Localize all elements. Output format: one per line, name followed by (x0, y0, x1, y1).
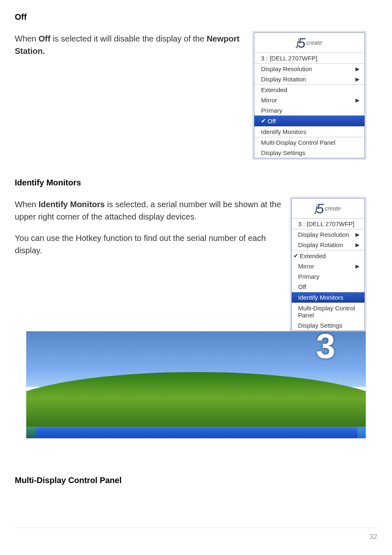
menu-item-primary[interactable]: Primary (292, 271, 365, 282)
check-icon: ✔ (293, 252, 300, 259)
menu-item-multi-display-cp[interactable]: Multi-Display Control Panel (254, 137, 364, 148)
footer-divider (15, 527, 377, 528)
desktop-screenshot: 3 (26, 331, 366, 439)
chevron-right-icon: ▶ (355, 242, 360, 248)
logo-icon: j5create (254, 33, 364, 53)
menu-item-display-resolution[interactable]: Display Resolution▶ (254, 64, 364, 74)
logo-icon: j5create (292, 199, 365, 218)
chevron-right-icon: ▶ (355, 76, 360, 82)
menu-item-identify-monitors[interactable]: Identify Monitors (254, 127, 364, 137)
heading-identify-monitors: Identify Monitors (15, 178, 377, 187)
page-number: 32 (369, 533, 377, 541)
menu-item-mirror[interactable]: Mirror▶ (292, 261, 365, 271)
menu-item-extended[interactable]: Extended (254, 85, 364, 95)
menu-device-label: 3 : [DELL 2707WFP] (292, 219, 365, 229)
menu-item-display-rotation[interactable]: Display Rotation▶ (292, 240, 365, 250)
menu-item-identify-monitors[interactable]: Identify Monitors (292, 292, 365, 303)
menu-item-multi-display-cp[interactable]: Multi-Display Control Panel (292, 303, 365, 320)
menu-item-mirror[interactable]: Mirror▶ (254, 95, 364, 105)
menu-device-label: 3 : [DELL 2707WFP] (254, 53, 364, 63)
menu-item-off[interactable]: Off (292, 282, 365, 292)
menu-item-display-settings[interactable]: Display Settings (254, 148, 364, 158)
document-page: Off When Off is selected it will disable… (0, 0, 392, 555)
chevron-right-icon: ▶ (355, 231, 360, 238)
menu-item-primary[interactable]: Primary (254, 105, 364, 116)
paragraph-identify-group: When Identify Monitors is selected, a se… (15, 198, 281, 257)
paragraph-identify-2: You can use the Hotkey function to find … (15, 232, 281, 257)
menu-item-display-rotation[interactable]: Display Rotation▶ (254, 74, 364, 84)
paragraph-off: When Off is selected it will disable the… (15, 32, 244, 57)
taskbar (26, 427, 366, 438)
context-menu-identify: j5create 3 : [DELL 2707WFP] Display Reso… (291, 198, 365, 331)
heading-multi-display-cp: Multi-Display Control Panel (15, 476, 377, 485)
start-button[interactable] (26, 427, 36, 438)
check-icon: ✔ (261, 117, 267, 125)
menu-item-extended[interactable]: ✔Extended (292, 250, 365, 261)
chevron-right-icon: ▶ (355, 66, 360, 72)
system-tray[interactable] (357, 427, 366, 438)
monitor-overlay-number: 3 (286, 334, 366, 358)
menu-item-off[interactable]: ✔Off (254, 116, 364, 126)
chevron-right-icon: ▶ (355, 263, 360, 269)
chevron-right-icon: ▶ (355, 97, 360, 103)
context-menu-off: j5create 3 : [DELL 2707WFP] Display Reso… (254, 32, 365, 158)
menu-item-display-resolution[interactable]: Display Resolution▶ (292, 229, 365, 240)
paragraph-identify-1: When Identify Monitors is selected, a se… (15, 198, 281, 223)
heading-off: Off (15, 12, 377, 22)
menu-item-display-settings[interactable]: Display Settings (292, 320, 365, 331)
